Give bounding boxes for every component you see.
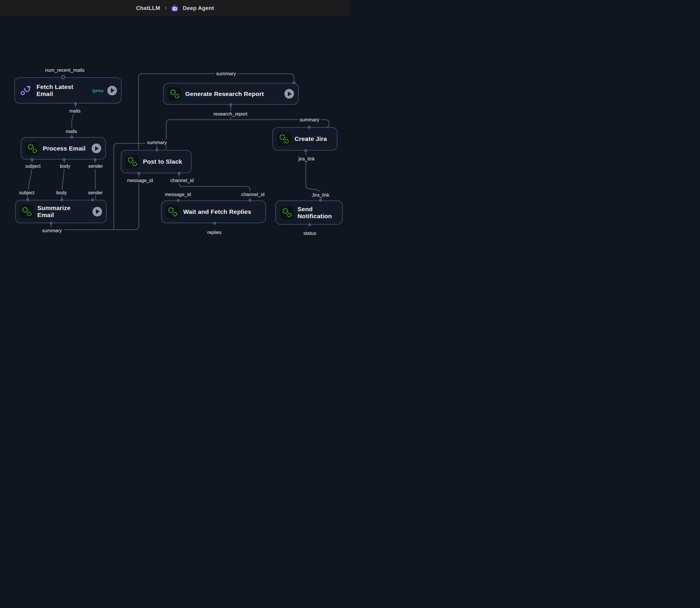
play-icon <box>111 88 115 93</box>
node-summarize-email[interactable]: Summarize Email <box>15 200 107 223</box>
port-summarize-input-body[interactable] <box>60 198 63 201</box>
label-num-recent-mails: num_recent_mails <box>44 67 86 73</box>
node-create-jira[interactable]: Create Jira <box>272 127 337 151</box>
node-title: Fetch Latest Email <box>37 83 89 97</box>
port-grr-output-research-report[interactable] <box>229 103 232 106</box>
label-subject-out: subject <box>24 163 42 169</box>
port-jira-output-jira-link[interactable] <box>304 149 307 152</box>
deep-agent-workflow-app: ChatLLM › Deep Agent <box>0 0 350 304</box>
play-icon <box>96 209 100 214</box>
label-subject-in: subject <box>18 190 36 196</box>
node-title: Process Email <box>43 145 85 152</box>
node-title: Send Notification <box>297 206 335 220</box>
port-notif-input-jira-link[interactable] <box>319 199 322 202</box>
label-mails-in: malls <box>64 128 79 134</box>
label-summary-out: summary <box>41 228 63 234</box>
gears-green-icon <box>20 205 33 218</box>
label-research-report: research_report <box>212 111 249 117</box>
label-channel-id-out: channel_id <box>169 177 195 184</box>
label-body-out: body <box>58 163 72 169</box>
header-bar: ChatLLM › Deep Agent <box>0 0 350 16</box>
node-process-email[interactable]: Process Email <box>21 137 106 159</box>
run-node-button[interactable] <box>92 144 101 153</box>
label-body-in: body <box>55 190 68 196</box>
node-wait-and-fetch-replies[interactable]: Wait and Fetch Replies <box>161 201 266 223</box>
node-fetch-latest-email[interactable]: Fetch Latest Email (prma <box>14 77 122 103</box>
gears-green-icon <box>277 132 291 146</box>
node-title: Post to Slack <box>143 158 182 165</box>
play-icon <box>288 92 292 96</box>
gears-green-icon <box>168 87 181 101</box>
label-summary-jira: summary <box>298 117 321 123</box>
run-node-button[interactable] <box>107 86 117 95</box>
port-slack-input-summary[interactable] <box>155 149 158 151</box>
port-slack-output-channel-id[interactable] <box>178 172 180 175</box>
gears-green-icon <box>166 205 179 218</box>
breadcrumb-agent-name[interactable]: Deep Agent <box>183 5 214 12</box>
port-process-output-sender[interactable] <box>94 158 97 161</box>
port-summarize-output-summary[interactable] <box>50 222 53 225</box>
port-slack-output-message-id[interactable] <box>137 172 140 175</box>
label-jira-link-out: jira_link <box>297 156 316 162</box>
sync-purple-icon <box>19 84 32 97</box>
port-jira-input-summary[interactable] <box>308 126 311 129</box>
port-fetch-input-num-recent-mails[interactable] <box>61 75 65 79</box>
port-process-output-body[interactable] <box>63 158 66 161</box>
label-channel-id-in: channel_id <box>240 191 266 197</box>
label-message-id-out: message_id <box>126 177 155 184</box>
node-subtitle: (prma <box>92 88 103 93</box>
label-sender-out: sender <box>87 163 104 169</box>
label-summary-grr: summary <box>215 71 237 77</box>
port-summarize-input-sender[interactable] <box>91 198 94 201</box>
run-node-button[interactable] <box>93 207 102 216</box>
port-wfr-input-message-id[interactable] <box>177 199 180 202</box>
run-node-button[interactable] <box>284 89 294 99</box>
label-summary-slack: summary <box>145 139 168 146</box>
node-generate-research-report[interactable]: Generate Research Report <box>163 83 299 105</box>
label-replies: replies <box>206 229 223 235</box>
gears-green-icon <box>25 142 39 155</box>
breadcrumb-chevron-icon: › <box>165 5 167 12</box>
gears-green-icon <box>125 155 139 168</box>
port-notif-output-status[interactable] <box>308 223 311 226</box>
port-grr-input-summary[interactable] <box>293 81 295 84</box>
label-jira-link-in: Jira_link <box>310 192 331 198</box>
robot-agent-icon <box>171 4 178 12</box>
node-title: Generate Research Report <box>185 91 264 97</box>
node-title: Summarize Email <box>37 205 89 218</box>
gears-green-icon <box>280 206 293 220</box>
label-message-id-in: message_id <box>163 191 193 197</box>
label-status: status <box>302 230 318 236</box>
node-send-notification[interactable]: Send Notification <box>275 201 343 225</box>
play-icon <box>95 146 99 151</box>
label-sender-in: sender <box>86 190 104 196</box>
port-fetch-output-mails[interactable] <box>74 102 77 105</box>
port-wfr-output-replies[interactable] <box>213 222 216 225</box>
node-title: Wait and Fetch Replies <box>183 208 251 215</box>
node-post-to-slack[interactable]: Post to Slack <box>121 150 192 173</box>
port-process-input-mails[interactable] <box>70 136 73 138</box>
port-summarize-input-subject[interactable] <box>26 198 29 201</box>
breadcrumb-app-name[interactable]: ChatLLM <box>136 5 160 12</box>
port-wfr-input-channel-id[interactable] <box>249 199 251 202</box>
node-title: Create Jira <box>295 135 327 142</box>
port-process-output-subject[interactable] <box>31 158 34 161</box>
label-mails-out: mails <box>68 108 82 114</box>
